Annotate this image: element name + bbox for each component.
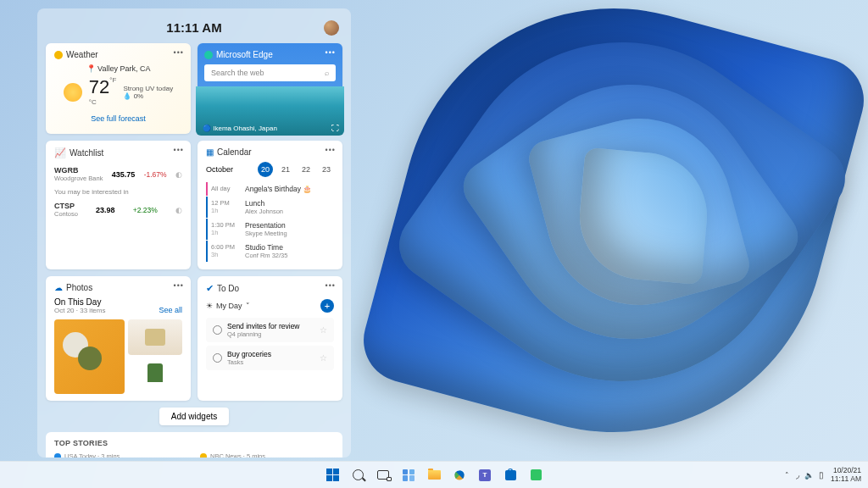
start-button[interactable]: [321, 464, 343, 486]
task-checkbox[interactable]: [213, 353, 222, 363]
news-item[interactable]: USA Today · 3 minsOne of the smallest bl…: [54, 452, 188, 458]
todo-icon: ✔: [206, 283, 214, 294]
calendar-dates[interactable]: 20 21 22 23: [258, 162, 334, 177]
add-task-button[interactable]: +: [320, 299, 334, 313]
edge-icon: [204, 51, 213, 59]
widget-menu-icon[interactable]: •••: [174, 281, 184, 290]
see-all-link[interactable]: See all: [159, 306, 182, 314]
edge-search-input[interactable]: Search the web⌕: [204, 64, 336, 81]
star-icon[interactable]: ☆: [320, 353, 327, 363]
todo-task[interactable]: Send invites for reviewQ4 planning☆: [206, 318, 334, 342]
star-icon[interactable]: ☆: [320, 325, 327, 335]
todo-task[interactable]: Buy groceriesTasks☆: [206, 346, 334, 370]
stock-row[interactable]: WGRBWoodgrove Bank 435.75 -1.67% ◐: [54, 164, 182, 185]
calendar-event[interactable]: All dayAngela's Birthday 🎂: [206, 182, 334, 196]
widget-menu-icon[interactable]: •••: [326, 48, 336, 57]
teams-button[interactable]: T: [474, 464, 496, 486]
photos-icon: ☁: [54, 283, 63, 292]
search-icon: ⌕: [325, 69, 329, 77]
photo-thumbnail[interactable]: [128, 319, 182, 355]
edge-image: 🔵 Ikema Ohashi, Japan ⛶: [196, 86, 344, 136]
photo-thumbnail[interactable]: [128, 358, 182, 394]
weather-widget[interactable]: Weather ••• 📍 Valley Park, CA 72°F°C Str…: [46, 43, 191, 134]
battery-icon[interactable]: ▯: [819, 470, 824, 480]
photos-widget[interactable]: ☁Photos ••• On This DayOct 20 · 33 items…: [46, 276, 191, 401]
edge-widget[interactable]: Microsoft Edge ••• Search the web⌕ 🔵 Ike…: [198, 43, 342, 134]
calendar-icon: ▦: [206, 147, 214, 157]
store-button[interactable]: [499, 464, 521, 486]
volume-icon[interactable]: 🔈: [804, 471, 814, 480]
panel-time: 11:11 AM: [166, 20, 221, 35]
taskbar: T ˄ ◞ 🔈 ▯ 10/20/21 11:11 AM: [0, 461, 868, 488]
widget-menu-icon[interactable]: •••: [174, 146, 184, 154]
todo-widget[interactable]: ✔To Do ••• ☀ My Day ˅ + Send invites for…: [198, 276, 342, 401]
chevron-up-icon[interactable]: ˄: [785, 471, 789, 480]
sun-icon: [64, 83, 82, 102]
calendar-event[interactable]: 6:00 PM3hStudio Time Conf Rm 32/35: [206, 241, 334, 262]
widget-menu-icon[interactable]: •••: [326, 281, 336, 290]
calendar-event[interactable]: 12 PM1hLunch Alex Johnson: [206, 197, 334, 218]
top-stories-widget[interactable]: TOP STORIES USA Today · 3 minsOne of the…: [46, 432, 342, 458]
calendar-widget[interactable]: ▦Calendar ••• October 20 21 22 23 All da…: [198, 141, 342, 269]
task-checkbox[interactable]: [213, 325, 222, 335]
stock-row[interactable]: CTSPContoso 23.98 +2.23% ◐: [54, 199, 182, 220]
wifi-icon[interactable]: ◞: [796, 469, 799, 480]
see-forecast-link[interactable]: See full forecast: [54, 114, 182, 123]
photo-thumbnail[interactable]: [54, 319, 125, 394]
edge-button[interactable]: [448, 464, 470, 486]
chart-icon: 📈: [54, 147, 66, 158]
user-avatar[interactable]: [324, 20, 339, 36]
news-item[interactable]: NBC News · 5 minsAre coffee naps the ans…: [200, 452, 334, 458]
app-button[interactable]: [525, 464, 547, 486]
chevron-down-icon: ˅: [246, 302, 250, 310]
task-view-button[interactable]: [372, 464, 394, 486]
search-button[interactable]: [347, 464, 369, 486]
my-day-dropdown[interactable]: ☀ My Day ˅: [206, 302, 250, 310]
widgets-panel: 11:11 AM Weather ••• 📍 Valley Park, CA 7…: [37, 8, 351, 458]
weather-icon: [54, 51, 63, 59]
watchlist-widget[interactable]: 📈Watchlist ••• WGRBWoodgrove Bank 435.75…: [46, 141, 191, 269]
pin-icon: 📍: [86, 64, 96, 73]
add-widgets-button[interactable]: Add widgets: [159, 408, 229, 425]
clock-button[interactable]: 10/20/21 11:11 AM: [831, 467, 861, 484]
widget-menu-icon[interactable]: •••: [326, 146, 336, 154]
widgets-button[interactable]: [398, 464, 420, 486]
file-explorer-button[interactable]: [423, 464, 445, 486]
calendar-event[interactable]: 1:30 PM1hPresentation Skype Meeting: [206, 219, 334, 240]
widget-menu-icon[interactable]: •••: [174, 48, 184, 57]
expand-icon[interactable]: ⛶: [331, 124, 339, 132]
